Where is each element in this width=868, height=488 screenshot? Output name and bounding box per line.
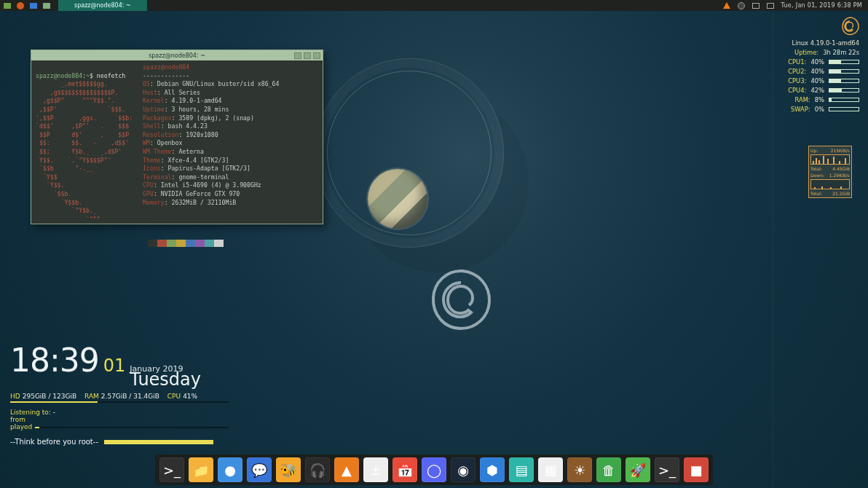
- neofetch-info: spazz@node804 ------------- OS: Debian G…: [143, 63, 279, 232]
- volume-icon[interactable]: [751, 1, 760, 10]
- dock-launcher[interactable]: 🚀: [626, 457, 650, 482]
- dock-shutdown[interactable]: ■: [684, 457, 709, 482]
- clock-time: 18:39: [10, 342, 99, 379]
- dock: >_📁●💬🐝🎧▲±📅◯◉⬢▤▦☀🗑🚀>_■: [155, 454, 713, 485]
- stat-bar: [10, 401, 229, 403]
- dock-terminal-alt[interactable]: >_: [655, 457, 679, 482]
- terminal-icon[interactable]: [42, 1, 51, 10]
- mail-icon[interactable]: [29, 1, 38, 10]
- sys-row-cpu1: CPU1:40%: [778, 58, 859, 66]
- dock-vlc[interactable]: ▲: [334, 457, 359, 482]
- terminal-title: spazz@node804: ~: [149, 52, 205, 59]
- network-widget: Up:215KiB/s Total:4.45GiB Down:1.29KiB/s…: [808, 146, 852, 198]
- sys-row-cpu2: CPU2:40%: [778, 68, 859, 75]
- taskbar-item-terminal[interactable]: spazz@node804: ~: [58, 0, 147, 11]
- firefox-icon[interactable]: [16, 1, 25, 10]
- dock-honey[interactable]: 🐝: [276, 457, 301, 482]
- prompt-user: spazz@node804: [36, 72, 82, 79]
- dock-octopi[interactable]: ⬢: [480, 457, 505, 482]
- window-minimize-button[interactable]: [294, 52, 301, 59]
- wallpaper-divider: [773, 13, 773, 488]
- now-playing: Listening to: - from played: [10, 409, 229, 430]
- neofetch-ascii: _,met$$$$$gg. ,g$$$$$$$$$$$$$$$P. ,g$$P"…: [36, 80, 133, 223]
- terminal-command: neofetch: [97, 72, 125, 79]
- steam-tray-icon[interactable]: [737, 1, 746, 10]
- system-widget: Linux 4.19.0-1-amd64 Uptime:3h 28m 22s C…: [778, 16, 859, 113]
- terminal-titlebar[interactable]: spazz@node804: ~: [31, 50, 323, 60]
- sys-row-cpu3: CPU3:40%: [778, 77, 859, 84]
- stat-line: HD295GiB / 123GiB RAM2.57GiB / 31.4GiB C…: [10, 393, 229, 400]
- dock-calculator[interactable]: ±: [363, 457, 388, 482]
- dock-headphones[interactable]: 🎧: [305, 457, 330, 482]
- debian-swirl-icon: [415, 262, 502, 350]
- net-down-graph: [810, 179, 850, 189]
- wallpaper-planet: [368, 169, 427, 229]
- debian-logo-icon: [778, 16, 859, 38]
- dock-files[interactable]: 📁: [189, 457, 213, 482]
- dock-weather[interactable]: ☀: [567, 457, 592, 482]
- workspace-icon[interactable]: [766, 1, 775, 10]
- quote-line: --Think before you root--: [10, 438, 229, 446]
- clock-weekday: Tuesday: [130, 369, 201, 390]
- kernel-text: Linux 4.19.0-1-amd64: [778, 39, 859, 47]
- top-panel: spazz@node804: ~ Tue, Jan 01, 2019 6:38 …: [0, 0, 868, 11]
- net-up-graph: [810, 154, 850, 165]
- window-maximize-button[interactable]: [304, 52, 311, 59]
- vlc-tray-icon[interactable]: [722, 1, 731, 10]
- panel-clock[interactable]: Tue, Jan 01, 2019 6:38 PM: [781, 2, 862, 9]
- sys-row-ram: RAM:8%: [778, 96, 859, 103]
- sys-row-swap: SWAP:0%: [778, 106, 859, 113]
- dock-color-picker[interactable]: ▦: [538, 457, 563, 482]
- dock-discord[interactable]: ◯: [422, 457, 446, 482]
- dock-calendar[interactable]: 📅: [392, 457, 417, 482]
- color-swatches: [148, 240, 323, 247]
- window-close-button[interactable]: [313, 52, 320, 59]
- dock-signal[interactable]: 💬: [247, 457, 272, 482]
- files-icon[interactable]: [3, 1, 12, 10]
- clock-widget: 18:39 01 January 2019 Tuesday HD295GiB /…: [10, 342, 229, 446]
- uptime-row: Uptime:3h 28m 22s: [778, 49, 859, 56]
- sys-row-cpu4: CPU4:42%: [778, 87, 859, 94]
- terminal-body[interactable]: spazz@node804:~$ neofetch _,met$$$$$gg. …: [31, 60, 323, 235]
- dock-chromium[interactable]: ●: [218, 457, 242, 482]
- dock-trash[interactable]: 🗑: [596, 457, 621, 482]
- dock-task-manager[interactable]: ▤: [509, 457, 534, 482]
- clock-daynum: 01: [103, 355, 126, 376]
- dock-steam[interactable]: ◉: [451, 457, 476, 482]
- terminal-window[interactable]: spazz@node804: ~ spazz@node804:~$ neofet…: [31, 50, 323, 224]
- dock-terminal[interactable]: >_: [159, 457, 184, 482]
